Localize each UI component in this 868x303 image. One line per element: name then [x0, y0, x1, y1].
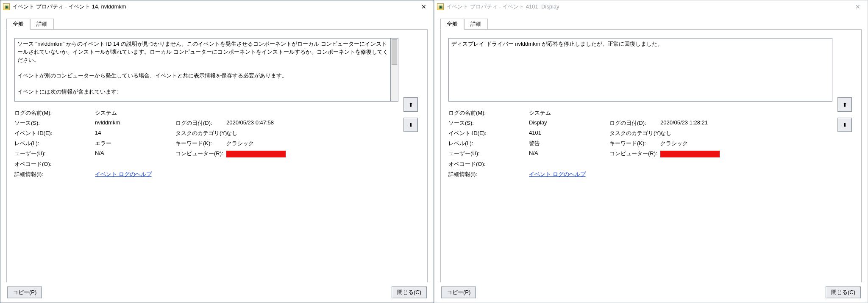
label-log-date: ログの日付(D): — [609, 119, 660, 127]
label-level: レベル(L): — [448, 140, 529, 147]
window-title: イベント プロパティ - イベント 14, nvlddmkm — [12, 3, 414, 11]
event-log-help-link[interactable]: イベント ログのヘルプ — [529, 171, 586, 177]
copy-button[interactable]: コピー(P) — [441, 286, 476, 298]
event-properties-window-left: ▣ イベント プロパティ - イベント 14, nvlddmkm ✕ 全般 詳細… — [0, 0, 434, 303]
tab-strip: 全般 詳細 — [440, 18, 862, 29]
redacted-computer-name — [226, 151, 286, 157]
label-opcode: オペコード(O): — [448, 160, 529, 168]
label-computer: コンピューター(R): — [609, 150, 660, 158]
arrow-up-icon: ⬆ — [843, 102, 847, 108]
label-log-name: ログの名前(M): — [448, 109, 529, 117]
main-column: ディスプレイ ドライバー nvlddmkm が応答を停止しましたが、正常に回復し… — [448, 38, 832, 277]
dialog-button-row: コピー(P) 閉じる(C) — [6, 286, 428, 298]
value-keywords: クラシック — [226, 140, 398, 147]
copy-button[interactable]: コピー(P) — [7, 286, 42, 298]
value-log-name: システム — [95, 109, 175, 117]
value-keywords: クラシック — [660, 140, 832, 147]
label-task-category: タスクのカテゴリ(Y): — [609, 129, 660, 137]
value-level: エラー — [95, 140, 175, 147]
value-log-date: 2020/05/23 0:47:58 — [226, 119, 398, 127]
value-log-date: 2020/05/23 1:28:21 — [660, 119, 832, 127]
tab-details[interactable]: 詳細 — [30, 19, 54, 30]
label-event-id: イベント ID(E): — [14, 129, 95, 137]
tab-details[interactable]: 詳細 — [464, 19, 488, 30]
redacted-computer-name — [660, 151, 720, 157]
value-opcode — [529, 160, 609, 168]
value-event-id: 4101 — [529, 129, 609, 137]
label-keywords: キーワード(K): — [609, 140, 660, 147]
arrow-down-button[interactable]: ⬇ — [837, 118, 852, 132]
nav-arrows: ⬆ ⬇ — [403, 38, 420, 277]
tab-strip: 全般 詳細 — [6, 18, 428, 29]
arrow-down-button[interactable]: ⬇ — [403, 118, 418, 132]
arrow-up-button[interactable]: ⬆ — [403, 97, 418, 112]
value-task-category: なし — [660, 129, 832, 137]
value-computer — [226, 150, 398, 158]
nav-arrows: ⬆ ⬇ — [837, 38, 854, 277]
titlebar[interactable]: ▣ イベント プロパティ - イベント 14, nvlddmkm ✕ — [0, 0, 434, 13]
window-title: イベント プロパティ - イベント 4101, Display — [446, 3, 848, 11]
label-details-info: 詳細情報(I): — [448, 171, 529, 178]
label-level: レベル(L): — [14, 140, 95, 147]
close-button[interactable]: 閉じる(C) — [392, 286, 427, 298]
value-source: Display — [529, 119, 609, 127]
value-log-name: システム — [529, 109, 609, 117]
description-wrap: ディスプレイ ドライバー nvlddmkm が応答を停止しましたが、正常に回復し… — [448, 38, 832, 102]
dialog-button-row: コピー(P) 閉じる(C) — [440, 286, 862, 298]
event-log-help-link[interactable]: イベント ログのヘルプ — [95, 171, 152, 177]
tab-panel-general: ディスプレイ ドライバー nvlddmkm が応答を停止しましたが、正常に回復し… — [440, 29, 862, 282]
value-event-id: 14 — [95, 129, 175, 137]
vertical-scrollbar[interactable] — [391, 38, 398, 102]
value-user: N/A — [529, 150, 609, 158]
app-icon: ▣ — [3, 3, 10, 10]
main-column: ソース "nvlddmkm" からのイベント ID 14 の説明が見つかりません… — [14, 38, 398, 277]
titlebar[interactable]: ▣ イベント プロパティ - イベント 4101, Display ✕ — [434, 0, 868, 13]
label-computer: コンピューター(R): — [175, 150, 226, 158]
event-description[interactable]: ディスプレイ ドライバー nvlddmkm が応答を停止しましたが、正常に回復し… — [448, 38, 832, 102]
field-grid: ログの名前(M): システム ソース(S): nvlddmkm ログの日付(D)… — [14, 109, 398, 178]
label-user: ユーザー(U): — [448, 150, 529, 158]
tab-general[interactable]: 全般 — [440, 19, 464, 30]
label-source: ソース(S): — [448, 119, 529, 127]
close-icon[interactable]: ✕ — [414, 0, 434, 13]
value-user: N/A — [95, 150, 175, 158]
label-details-info: 詳細情報(I): — [14, 171, 95, 178]
close-icon[interactable]: ✕ — [848, 0, 868, 13]
tab-general[interactable]: 全般 — [6, 19, 30, 30]
description-wrap: ソース "nvlddmkm" からのイベント ID 14 の説明が見つかりません… — [14, 38, 398, 102]
value-level: 警告 — [529, 140, 609, 147]
label-task-category: タスクのカテゴリ(Y): — [175, 129, 226, 137]
label-user: ユーザー(U): — [14, 150, 95, 158]
scrollbar-thumb[interactable] — [392, 39, 397, 65]
label-log-date: ログの日付(D): — [175, 119, 226, 127]
app-icon: ▣ — [437, 3, 444, 10]
label-opcode: オペコード(O): — [14, 160, 95, 168]
value-computer — [660, 150, 832, 158]
client-area: 全般 詳細 ディスプレイ ドライバー nvlddmkm が応答を停止しましたが、… — [434, 13, 868, 303]
label-event-id: イベント ID(E): — [448, 129, 529, 137]
value-source: nvlddmkm — [95, 119, 175, 127]
value-opcode — [95, 160, 175, 168]
arrow-down-icon: ⬇ — [843, 122, 847, 128]
tab-panel-general: ソース "nvlddmkm" からのイベント ID 14 の説明が見つかりません… — [6, 29, 428, 282]
arrow-down-icon: ⬇ — [409, 122, 413, 128]
label-keywords: キーワード(K): — [175, 140, 226, 147]
value-task-category: なし — [226, 129, 398, 137]
close-button[interactable]: 閉じる(C) — [826, 286, 861, 298]
label-log-name: ログの名前(M): — [14, 109, 95, 117]
field-grid: ログの名前(M): システム ソース(S): Display ログの日付(D):… — [448, 109, 832, 178]
label-source: ソース(S): — [14, 119, 95, 127]
event-properties-window-right: ▣ イベント プロパティ - イベント 4101, Display ✕ 全般 詳… — [434, 0, 868, 303]
arrow-up-icon: ⬆ — [409, 102, 413, 108]
event-description[interactable]: ソース "nvlddmkm" からのイベント ID 14 の説明が見つかりません… — [14, 38, 391, 102]
client-area: 全般 詳細 ソース "nvlddmkm" からのイベント ID 14 の説明が見… — [0, 13, 434, 303]
arrow-up-button[interactable]: ⬆ — [837, 97, 852, 112]
